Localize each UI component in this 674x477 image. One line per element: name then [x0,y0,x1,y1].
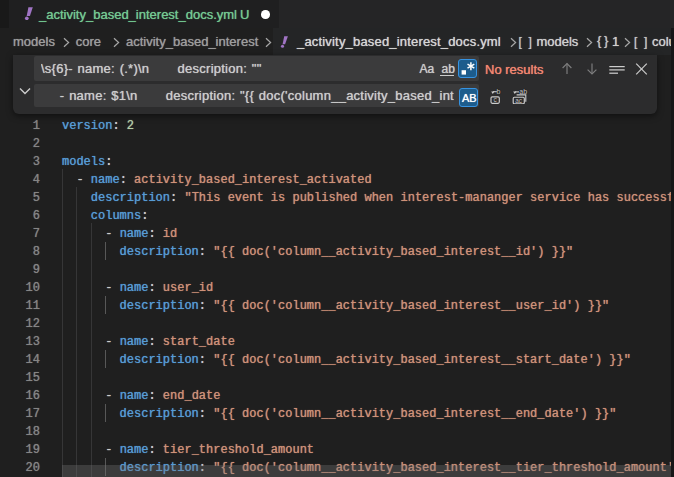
svg-text:ab: ab [519,88,527,95]
svg-text:b: b [496,88,500,95]
svg-text:ac: ac [515,96,523,103]
